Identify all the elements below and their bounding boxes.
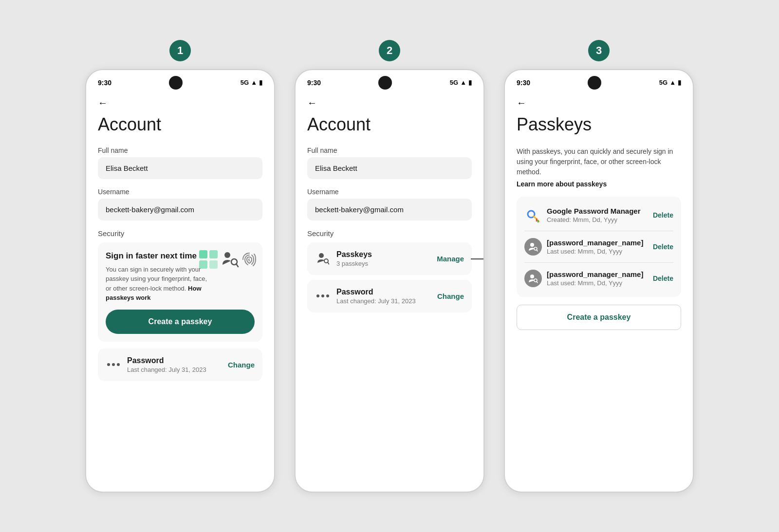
passkey-entry-date-1: Last used: Mmm, Dd, Yyyy <box>547 248 643 255</box>
svg-rect-1 <box>209 250 218 258</box>
svg-point-17 <box>530 275 534 278</box>
step-2-number: 2 <box>379 40 400 61</box>
passkeys-left-2: Passkeys 3 passkeys <box>315 250 372 267</box>
step-1-wrapper: 1 9:30 5G ▲ ▮ ← Account Full name Elisa … <box>85 40 275 493</box>
grid-icon-1 <box>198 249 219 270</box>
password-icon-1 <box>106 357 121 372</box>
password-title-2: Password <box>336 288 416 296</box>
svg-line-16 <box>537 250 538 251</box>
status-bar-2: 9:30 5G ▲ ▮ <box>296 70 483 93</box>
passkey-entry-left-1: [password_manager_name] Last used: Mmm, … <box>524 238 643 256</box>
svg-rect-2 <box>199 260 207 269</box>
passkey-entry-info-2: [password_manager_name] Last used: Mmm, … <box>547 270 643 287</box>
phone-3-content: ← Passkeys With passkeys, you can quickl… <box>505 93 693 492</box>
status-time-2: 9:30 <box>307 79 321 87</box>
network-1: 5G <box>241 79 249 86</box>
google-key-svg-0 <box>525 207 541 223</box>
status-time-3: 9:30 <box>517 79 530 87</box>
status-bar-1: 9:30 5G ▲ ▮ <box>86 70 274 93</box>
passkey-entry-info-1: [password_manager_name] Last used: Mmm, … <box>547 238 643 255</box>
password-item-2: Password Last changed: July 31, 2023 Cha… <box>307 280 472 312</box>
passkeys-icon-2 <box>315 251 331 266</box>
security-section-title-2: Security <box>307 229 472 238</box>
camera-3 <box>588 76 601 90</box>
password-row-1: Password Last changed: July 31, 2023 Cha… <box>106 356 255 373</box>
fullname-input-2[interactable]: Elisa Beckett <box>307 157 472 179</box>
field-label-fullname-1: Full name <box>98 147 262 154</box>
step-3-wrapper: 3 9:30 5G ▲ ▮ ← Passkeys With passkeys, … <box>504 40 694 493</box>
camera-2 <box>378 76 392 90</box>
passkey-entry-name-2: [password_manager_name] <box>547 270 643 278</box>
svg-line-6 <box>236 264 238 267</box>
password-title-1: Password <box>127 356 206 365</box>
status-right-2: 5G ▲ ▮ <box>450 79 472 86</box>
battery-icon-2: ▮ <box>468 79 472 86</box>
battery-icon-3: ▮ <box>678 79 681 86</box>
passkey-entry-1: [password_manager_name] Last used: Mmm, … <box>524 231 673 263</box>
back-arrow-1[interactable]: ← <box>98 97 108 109</box>
step-3-number: 3 <box>588 40 610 61</box>
password-info-2: Password Last changed: July 31, 2023 <box>336 288 416 305</box>
passkey-entry-0: Google Password Manager Created: Mmm, Dd… <box>524 200 673 231</box>
svg-point-4 <box>224 252 230 258</box>
back-arrow-2[interactable]: ← <box>307 97 317 109</box>
svg-line-19 <box>537 281 538 283</box>
status-right-3: 5G ▲ ▮ <box>659 79 681 86</box>
passkey-person-icon-2 <box>316 252 329 265</box>
passkeys-row-2: Passkeys 3 passkeys Manage <box>315 250 464 267</box>
status-right-1: 5G ▲ ▮ <box>241 79 262 86</box>
passkey-entry-left-0: Google Password Manager Created: Mmm, Dd… <box>524 206 641 224</box>
password-left-2: Password Last changed: July 31, 2023 <box>315 288 416 305</box>
phone-1-content: ← Account Full name Elisa Beckett Userna… <box>86 93 274 492</box>
username-input-2[interactable]: beckett-bakery@gmail.com <box>307 199 472 220</box>
phone-1: 9:30 5G ▲ ▮ ← Account Full name Elisa Be… <box>85 69 275 493</box>
camera-1 <box>169 76 183 90</box>
password-icon-2 <box>315 288 331 304</box>
manage-arrow-2: ——→ <box>471 254 483 264</box>
phone-2-content: ← Account Full name Elisa Beckett Userna… <box>296 93 483 492</box>
battery-icon-1: ▮ <box>259 79 262 86</box>
password-item-1: Password Last changed: July 31, 2023 Cha… <box>98 349 262 381</box>
passkeys-desc-3: With passkeys, you can quickly and secur… <box>517 147 681 177</box>
passkeys-title-2: Passkeys <box>336 250 372 259</box>
passkey-avatar-2 <box>524 270 542 287</box>
field-label-username-1: Username <box>98 188 262 196</box>
security-card-desc-1: You can sign in securely with your passk… <box>106 265 213 303</box>
passkey-delete-0[interactable]: Delete <box>653 211 673 219</box>
phone-3: 9:30 5G ▲ ▮ ← Passkeys With passkeys, yo… <box>504 69 694 493</box>
generic-pm-icon-1 <box>528 242 538 252</box>
passkey-delete-1[interactable]: Delete <box>653 243 673 251</box>
passkey-entry-2: [password_manager_name] Last used: Mmm, … <box>524 263 673 294</box>
passkeys-manage-2[interactable]: Manage <box>437 255 464 263</box>
field-label-fullname-2: Full name <box>307 147 472 154</box>
passkey-delete-2[interactable]: Delete <box>653 275 673 282</box>
svg-rect-3 <box>209 260 218 269</box>
person-key-icon-1 <box>221 250 239 269</box>
fingerprint-icon-1 <box>241 251 258 268</box>
signal-icon-3: ▲ <box>669 79 676 86</box>
security-section-title-1: Security <box>98 229 262 238</box>
svg-rect-0 <box>199 250 207 258</box>
signal-icon-1: ▲ <box>251 79 257 86</box>
password-row-2: Password Last changed: July 31, 2023 Cha… <box>315 288 464 305</box>
svg-line-9 <box>328 262 329 264</box>
back-arrow-3[interactable]: ← <box>517 97 526 109</box>
create-passkey-button-3[interactable]: Create a passkey <box>517 305 681 330</box>
password-change-2[interactable]: Change <box>437 292 464 300</box>
svg-point-7 <box>319 253 324 258</box>
signal-icon-2: ▲ <box>460 79 466 86</box>
passkeys-learn-more-3[interactable]: Learn more about passkeys <box>517 180 681 188</box>
status-bar-3: 9:30 5G ▲ ▮ <box>505 70 693 93</box>
phone-2: 9:30 5G ▲ ▮ ← Account Full name Elisa Be… <box>295 69 484 493</box>
password-info-1: Password Last changed: July 31, 2023 <box>127 356 206 373</box>
passkeys-info-2: Passkeys 3 passkeys <box>336 250 372 267</box>
network-2: 5G <box>450 79 458 86</box>
create-passkey-button-1[interactable]: Create a passkey <box>106 310 255 334</box>
fullname-input-1[interactable]: Elisa Beckett <box>98 157 262 179</box>
password-left-1: Password Last changed: July 31, 2023 <box>106 356 206 373</box>
username-input-1[interactable]: beckett-bakery@gmail.com <box>98 199 262 220</box>
page-title-2: Account <box>307 114 472 135</box>
gpm-icon-0 <box>524 206 542 224</box>
password-change-1[interactable]: Change <box>228 361 255 369</box>
svg-point-14 <box>530 243 534 247</box>
